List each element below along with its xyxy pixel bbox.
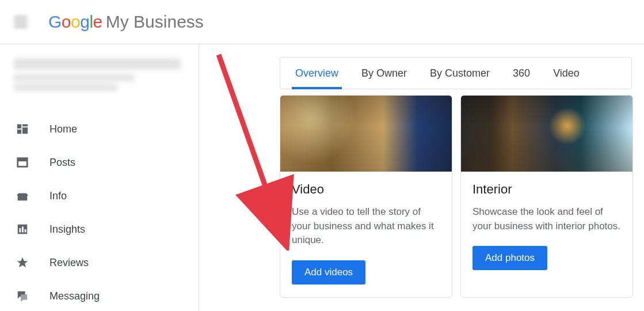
info-icon (16, 189, 29, 202)
add-videos-button[interactable]: Add videos (292, 260, 365, 285)
interior-thumbnail[interactable] (461, 96, 632, 172)
sidebar: Home Posts Info Insights Reviews Messagi… (0, 44, 199, 311)
insights-icon (16, 223, 29, 236)
svg-rect-5 (18, 158, 28, 162)
card-description: Use a video to tell the story of your bu… (292, 205, 440, 248)
sidebar-item-info[interactable]: Info (0, 179, 199, 213)
top-bar: Google My Business (0, 0, 644, 44)
add-photos-button[interactable]: Add photos (472, 246, 547, 270)
tab-overview[interactable]: Overview (284, 58, 350, 89)
main-content: Overview By Owner By Customer 360 Video … (199, 44, 644, 311)
svg-rect-8 (20, 228, 21, 232)
card-title: Video (292, 182, 440, 197)
sidebar-item-home[interactable]: Home (0, 112, 199, 146)
sidebar-item-insights[interactable]: Insights (0, 213, 199, 246)
tab-by-customer[interactable]: By Customer (418, 58, 501, 89)
card-body: Video Use a video to tell the story of y… (280, 172, 452, 297)
business-info-blurred (0, 55, 199, 107)
sidebar-item-reviews[interactable]: Reviews (0, 246, 199, 279)
card-row: Video Use a video to tell the story of y… (280, 95, 644, 298)
tab-360[interactable]: 360 (501, 58, 542, 89)
svg-rect-3 (17, 130, 21, 134)
tab-label: Overview (295, 67, 338, 79)
svg-rect-6 (17, 194, 28, 196)
posts-icon (16, 156, 29, 169)
tab-by-owner[interactable]: By Owner (350, 58, 418, 89)
sidebar-item-label: Home (49, 123, 77, 135)
card-title: Interior (472, 182, 621, 197)
tab-label: 360 (513, 67, 530, 79)
svg-rect-9 (22, 226, 24, 232)
tab-label: By Owner (361, 67, 407, 79)
svg-rect-10 (25, 229, 26, 233)
sidebar-item-label: Posts (49, 157, 75, 169)
card-interior: Interior Showcase the look and feel of y… (460, 95, 633, 298)
card-body: Interior Showcase the look and feel of y… (461, 172, 632, 283)
sidebar-item-messaging[interactable]: Messaging (0, 279, 199, 311)
tab-label: By Customer (430, 67, 490, 79)
tab-video[interactable]: Video (542, 58, 591, 89)
sidebar-item-label: Insights (49, 223, 85, 236)
sidebar-item-label: Info (49, 190, 67, 202)
sidebar-item-label: Messaging (49, 290, 100, 302)
nav-list: Home Posts Info Insights Reviews Messagi… (0, 107, 199, 311)
sidebar-item-posts[interactable]: Posts (0, 146, 199, 179)
hamburger-icon[interactable] (14, 16, 28, 28)
google-logo: Google (48, 12, 102, 32)
tab-label: Video (553, 67, 580, 79)
card-description: Showcase the look and feel of your busin… (472, 205, 621, 233)
card-video: Video Use a video to tell the story of y… (280, 95, 452, 298)
svg-rect-0 (17, 124, 21, 128)
logo: Google My Business (48, 12, 204, 32)
reviews-icon (16, 256, 29, 269)
svg-rect-1 (22, 124, 28, 127)
photo-tabs: Overview By Owner By Customer 360 Video (280, 57, 632, 89)
video-thumbnail[interactable] (280, 96, 452, 172)
home-icon (16, 123, 29, 135)
svg-rect-2 (22, 127, 28, 134)
messaging-icon (16, 290, 29, 302)
layout: Home Posts Info Insights Reviews Messagi… (0, 44, 644, 311)
sidebar-item-label: Reviews (49, 257, 89, 269)
product-name: My Business (106, 12, 204, 32)
